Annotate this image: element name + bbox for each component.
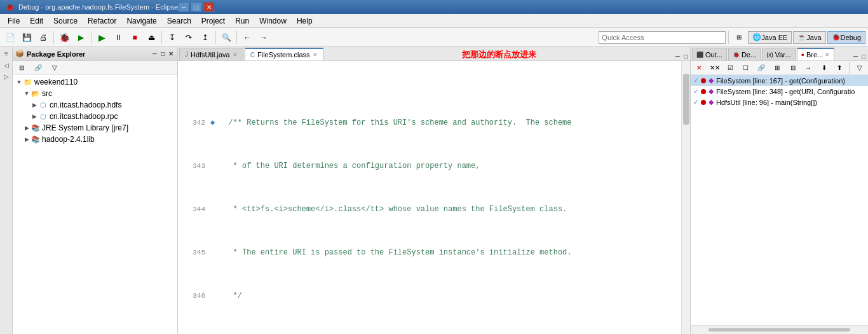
- line-num-346: 346: [183, 291, 205, 302]
- close-panel-icon[interactable]: ✕: [167, 50, 175, 58]
- debug-panel-tabs: ⬛ Out... 🐞 De... (x) Var... ● Bre... ✕ ─…: [691, 47, 868, 61]
- goto-bp-btn[interactable]: →: [801, 60, 816, 76]
- tree-arrow-hdfs: ▶: [31, 102, 38, 108]
- resume-button[interactable]: ▶: [94, 30, 109, 45]
- tab-debug[interactable]: 🐞 De...: [728, 48, 761, 60]
- maximize-editor-icon[interactable]: □: [682, 52, 689, 60]
- export-bp-btn[interactable]: ⬆: [832, 60, 847, 76]
- import-bp-btn[interactable]: ⬇: [817, 60, 831, 76]
- stepover-button[interactable]: ↷: [181, 30, 196, 45]
- menu-project[interactable]: Project: [196, 15, 230, 27]
- tab-out[interactable]: ⬛ Out...: [692, 48, 727, 60]
- tab-breakpoints-label: Bre...: [806, 51, 823, 59]
- enable-bp-btn[interactable]: ☑: [723, 60, 738, 76]
- minimize-button[interactable]: ─: [178, 2, 189, 12]
- code-line-345: 345 * The entire URI is passed to the Fi…: [183, 247, 676, 258]
- suspend-button[interactable]: ⏸: [111, 30, 126, 45]
- prev-edit-button[interactable]: ←: [240, 30, 255, 45]
- close-button[interactable]: ✕: [203, 2, 215, 12]
- title-controls: ─ □ ✕: [178, 2, 215, 12]
- terminate-button[interactable]: ■: [127, 30, 142, 45]
- left-icon-1[interactable]: ≡: [1, 48, 11, 59]
- bp-marker-342: ◆: [210, 118, 219, 129]
- tab-hdfsutil[interactable]: J HdfsUtil.java ✕: [179, 48, 243, 60]
- menu-search[interactable]: Search: [162, 15, 196, 27]
- close-breakpoints-tab[interactable]: ✕: [825, 52, 830, 58]
- bp-filesystem-167[interactable]: ✓ ◆ FileSystem [line: 167] - get(Configu…: [691, 75, 868, 86]
- tree-item-hadoop-lib[interactable]: ▶ 📚 hadoop-2.4.1lib: [13, 134, 177, 145]
- bp-method-icon-3: ◆: [709, 98, 714, 106]
- minimize-editor-icon[interactable]: ─: [674, 52, 681, 60]
- tree-arrow-src: ▼: [23, 90, 31, 97]
- tree-item-hdfs[interactable]: ▶ ⬡ cn.itcast.hadoop.hdfs: [13, 99, 177, 111]
- menu-file[interactable]: File: [3, 15, 25, 27]
- tree-menu-btn[interactable]: ▽: [47, 60, 62, 76]
- tree-item-rpc[interactable]: ▶ ⬡ cn.itcast.hadoop.rpc: [13, 111, 177, 122]
- next-edit-button[interactable]: →: [256, 30, 271, 45]
- stepinto-button[interactable]: ↧: [165, 30, 180, 45]
- menu-source[interactable]: Source: [48, 15, 83, 27]
- bp-label-2: FileSystem [line: 348] - get(URI, Config…: [716, 88, 855, 95]
- perspective-javaee[interactable]: 🌐 Java EE: [748, 31, 792, 44]
- maximize-button[interactable]: □: [191, 2, 202, 12]
- new-button[interactable]: 📄: [3, 30, 18, 45]
- bp-hdfsutil-96[interactable]: ✓ ◆ HdfsUtil [line: 96] - main(String[]): [691, 97, 868, 108]
- disconnect-button[interactable]: ⏏: [144, 30, 159, 45]
- open-type-button[interactable]: 🔍: [219, 30, 234, 45]
- debug-button[interactable]: 🐞: [57, 30, 72, 45]
- tree-label-weekend110: weekend110: [34, 78, 78, 87]
- open-perspective-button[interactable]: ⊞: [731, 30, 747, 45]
- tree-item-jre[interactable]: ▶ 📚 JRE System Library [jre7]: [13, 122, 177, 134]
- editor-scrollbar[interactable]: [681, 61, 690, 334]
- bp-view-menu[interactable]: ▽: [852, 60, 867, 76]
- save-button[interactable]: 💾: [19, 30, 34, 45]
- max-right-panel[interactable]: □: [860, 52, 867, 60]
- expand-bp-btn[interactable]: ⊞: [770, 60, 785, 76]
- tab-close-hdfsutil[interactable]: ✕: [233, 52, 238, 58]
- menu-refactor[interactable]: Refactor: [83, 15, 121, 27]
- remove-bp-btn[interactable]: ✕: [692, 60, 707, 76]
- tab-filesystem[interactable]: C FileSystem.class ✕: [245, 48, 323, 60]
- menu-help[interactable]: Help: [292, 15, 318, 27]
- bp-check-1: ✓: [693, 77, 698, 84]
- collapse-all-btn[interactable]: ⊟: [14, 60, 29, 76]
- tab-close-filesystem[interactable]: ✕: [313, 52, 318, 58]
- right-panel-scrollbar[interactable]: [709, 328, 850, 331]
- bp-method-icon-1: ◆: [709, 76, 714, 85]
- left-icon-2[interactable]: ◁: [1, 60, 11, 70]
- min-right-panel[interactable]: ─: [852, 52, 859, 60]
- link-with-editor-btn[interactable]: 🔗: [31, 60, 46, 76]
- bp-filesystem-348[interactable]: ✓ ◆ FileSystem [line: 348] - get(URI, Co…: [691, 86, 868, 97]
- menu-window[interactable]: Window: [254, 15, 292, 27]
- menu-edit[interactable]: Edit: [25, 15, 48, 27]
- tree-label-rpc: cn.itcast.hadoop.rpc: [50, 112, 118, 121]
- stepreturn-button[interactable]: ↥: [198, 30, 213, 45]
- left-icon-3[interactable]: ▷: [1, 71, 11, 81]
- remove-all-bp-btn[interactable]: ✕✕: [708, 60, 722, 76]
- print-button[interactable]: 🖨: [36, 30, 51, 45]
- run-button[interactable]: ▶: [73, 30, 88, 45]
- code-content[interactable]: 342 ◆ /** Returns the FileSystem for thi…: [178, 61, 681, 334]
- tab-annotation-area: 把那边的断点放进来: [325, 49, 674, 60]
- menu-navigate[interactable]: Navigate: [121, 15, 161, 27]
- quick-access-input[interactable]: [599, 31, 726, 44]
- menu-run[interactable]: Run: [230, 15, 254, 27]
- tree-item-weekend110[interactable]: ▼ 📁 weekend110: [13, 76, 177, 88]
- code-line-346: 346 */: [183, 291, 676, 302]
- tab-breakpoints[interactable]: ● Bre... ✕: [797, 48, 835, 60]
- bp-icon: ●: [801, 52, 804, 58]
- menu-bar: File Edit Source Refactor Navigate Searc…: [0, 14, 868, 28]
- link-editor-bp-btn[interactable]: 🔗: [754, 60, 769, 76]
- tree-item-src[interactable]: ▼ 📂 src: [13, 88, 177, 99]
- collapse-bp-btn[interactable]: ⊟: [785, 60, 800, 76]
- perspective-java[interactable]: ☕ Java: [793, 31, 825, 44]
- project-icon: 📁: [23, 77, 33, 87]
- perspective-debug[interactable]: 🐞 Debug: [827, 31, 865, 44]
- minimize-panel-icon[interactable]: ─: [151, 50, 158, 58]
- maximize-panel-icon[interactable]: □: [159, 50, 166, 58]
- debug-label: Debug: [841, 34, 861, 41]
- disable-all-bp-btn[interactable]: ☐: [739, 60, 754, 76]
- src-folder-icon: 📂: [31, 88, 41, 99]
- library-icon-hadoop: 📚: [31, 134, 41, 144]
- tab-variables[interactable]: (x) Var...: [762, 48, 795, 60]
